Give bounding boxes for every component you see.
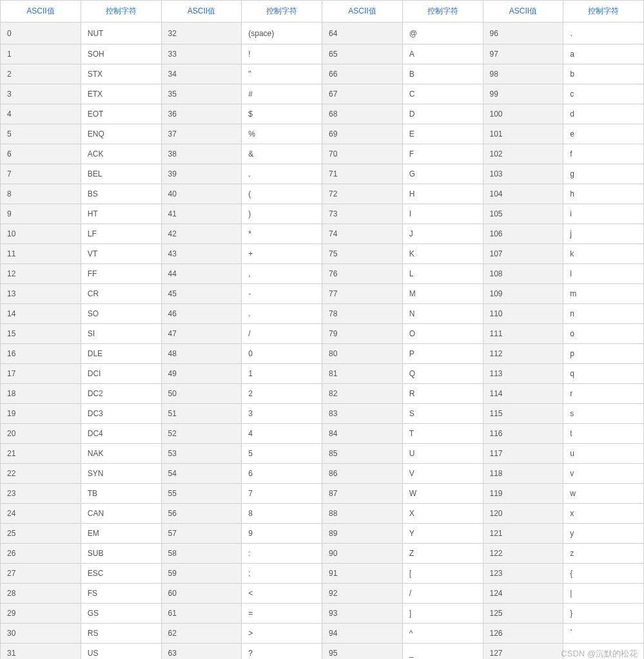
ascii-char-cell: DCI bbox=[81, 364, 161, 384]
header-ascii: ASCII值 bbox=[161, 1, 242, 23]
ascii-char-cell: ) bbox=[242, 204, 322, 224]
ascii-char-cell: FS bbox=[81, 584, 161, 604]
ascii-value-cell: 107 bbox=[483, 244, 563, 264]
ascii-value-cell: 56 bbox=[161, 504, 242, 524]
ascii-value-cell: 76 bbox=[322, 264, 403, 284]
ascii-char-cell: r bbox=[563, 384, 644, 404]
table-row: 25EM57989Y121y bbox=[1, 524, 644, 544]
ascii-table: ASCII值控制字符ASCII值控制字符ASCII值控制字符ASCII值控制字符… bbox=[0, 0, 644, 659]
ascii-value-cell: 115 bbox=[483, 404, 563, 424]
ascii-char-cell: V bbox=[402, 464, 483, 484]
ascii-value-cell: 97 bbox=[483, 44, 563, 64]
header-ascii: ASCII值 bbox=[1, 1, 81, 23]
ascii-char-cell: Y bbox=[402, 524, 483, 544]
ascii-char-cell: X bbox=[402, 504, 483, 524]
ascii-char-cell: > bbox=[242, 624, 322, 644]
ascii-char-cell: 1 bbox=[242, 364, 322, 384]
ascii-char-cell: j bbox=[563, 224, 644, 244]
ascii-value-cell: 31 bbox=[1, 644, 81, 660]
ascii-value-cell: 108 bbox=[483, 264, 563, 284]
ascii-value-cell: 95 bbox=[322, 644, 403, 660]
table-row: 6ACK38&70F102f bbox=[1, 144, 644, 164]
ascii-char-cell: H bbox=[402, 184, 483, 204]
ascii-char-cell: * bbox=[242, 224, 322, 244]
ascii-char-cell: 7 bbox=[242, 484, 322, 504]
ascii-value-cell: 103 bbox=[483, 164, 563, 184]
ascii-char-cell: { bbox=[563, 564, 644, 584]
ascii-char-cell: (space) bbox=[242, 23, 322, 44]
ascii-char-cell: ] bbox=[402, 604, 483, 624]
ascii-value-cell: 86 bbox=[322, 464, 403, 484]
ascii-value-cell: 63 bbox=[161, 644, 242, 660]
ascii-value-cell: 60 bbox=[161, 584, 242, 604]
ascii-char-cell: ACK bbox=[81, 144, 161, 164]
ascii-char-cell: ` bbox=[563, 624, 644, 644]
ascii-char-cell: K bbox=[402, 244, 483, 264]
ascii-value-cell: 23 bbox=[1, 484, 81, 504]
ascii-value-cell: 88 bbox=[322, 504, 403, 524]
ascii-value-cell: 18 bbox=[1, 384, 81, 404]
ascii-char-cell: US bbox=[81, 644, 161, 660]
ascii-value-cell: 20 bbox=[1, 424, 81, 444]
ascii-char-cell: u bbox=[563, 444, 644, 464]
ascii-value-cell: 28 bbox=[1, 584, 81, 604]
ascii-value-cell: 5 bbox=[1, 124, 81, 144]
ascii-char-cell: BEL bbox=[81, 164, 161, 184]
ascii-char-cell: NUT bbox=[81, 23, 161, 44]
ascii-value-cell: 99 bbox=[483, 84, 563, 104]
ascii-value-cell: 51 bbox=[161, 404, 242, 424]
ascii-char-cell: RS bbox=[81, 624, 161, 644]
ascii-char-cell: SI bbox=[81, 324, 161, 344]
ascii-value-cell: 105 bbox=[483, 204, 563, 224]
ascii-char-cell: DC3 bbox=[81, 404, 161, 424]
ascii-value-cell: 17 bbox=[1, 364, 81, 384]
ascii-char-cell: L bbox=[402, 264, 483, 284]
ascii-value-cell: 121 bbox=[483, 524, 563, 544]
table-row: 30RS62>94^126` bbox=[1, 624, 644, 644]
table-row: 12FF44,76L108l bbox=[1, 264, 644, 284]
ascii-value-cell: 124 bbox=[483, 584, 563, 604]
ascii-char-cell: ^ bbox=[402, 624, 483, 644]
table-row: 11VT43+75K107k bbox=[1, 244, 644, 264]
ascii-value-cell: 101 bbox=[483, 124, 563, 144]
table-row: 15SI47/79O111o bbox=[1, 324, 644, 344]
ascii-value-cell: 72 bbox=[322, 184, 403, 204]
ascii-value-cell: 40 bbox=[161, 184, 242, 204]
ascii-char-cell: c bbox=[563, 84, 644, 104]
ascii-char-cell: . bbox=[242, 304, 322, 324]
ascii-value-cell: 92 bbox=[322, 584, 403, 604]
ascii-char-cell: i bbox=[563, 204, 644, 224]
ascii-value-cell: 10 bbox=[1, 224, 81, 244]
ascii-value-cell: 12 bbox=[1, 264, 81, 284]
table-header: ASCII值控制字符ASCII值控制字符ASCII值控制字符ASCII值控制字符 bbox=[1, 1, 644, 23]
ascii-char-cell: C bbox=[402, 84, 483, 104]
ascii-value-cell: 93 bbox=[322, 604, 403, 624]
ascii-char-cell: | bbox=[563, 584, 644, 604]
ascii-value-cell: 41 bbox=[161, 204, 242, 224]
ascii-char-cell: R bbox=[402, 384, 483, 404]
ascii-char-cell: HT bbox=[81, 204, 161, 224]
ascii-char-cell: A bbox=[402, 44, 483, 64]
ascii-value-cell: 58 bbox=[161, 544, 242, 564]
table-row: 9HT41)73I105i bbox=[1, 204, 644, 224]
table-row: 23TB55787W119w bbox=[1, 484, 644, 504]
ascii-value-cell: 94 bbox=[322, 624, 403, 644]
ascii-char-cell: @ bbox=[402, 23, 483, 44]
ascii-char-cell: h bbox=[563, 184, 644, 204]
ascii-value-cell: 85 bbox=[322, 444, 403, 464]
table-row: 8BS40(72H104h bbox=[1, 184, 644, 204]
ascii-value-cell: 38 bbox=[161, 144, 242, 164]
ascii-value-cell: 9 bbox=[1, 204, 81, 224]
ascii-char-cell bbox=[563, 644, 644, 660]
table-row: 28FS60<92/124| bbox=[1, 584, 644, 604]
ascii-value-cell: 54 bbox=[161, 464, 242, 484]
ascii-char-cell: - bbox=[242, 284, 322, 304]
ascii-char-cell: 9 bbox=[242, 524, 322, 544]
ascii-char-cell: ENQ bbox=[81, 124, 161, 144]
ascii-value-cell: 13 bbox=[1, 284, 81, 304]
ascii-value-cell: 11 bbox=[1, 244, 81, 264]
ascii-char-cell: m bbox=[563, 284, 644, 304]
table-row: 20DC452484T116t bbox=[1, 424, 644, 444]
ascii-value-cell: 111 bbox=[483, 324, 563, 344]
ascii-value-cell: 125 bbox=[483, 604, 563, 624]
